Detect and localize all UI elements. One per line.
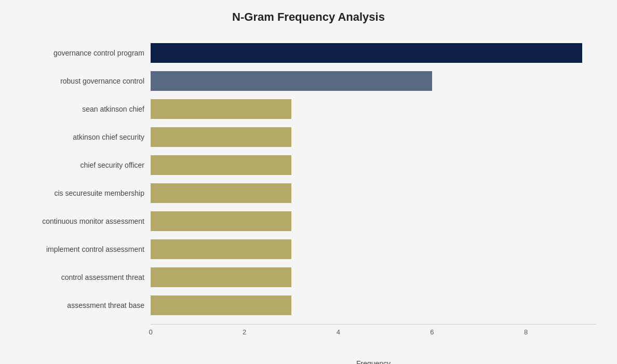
bar-row: chief security officer xyxy=(21,152,596,179)
bar-fill xyxy=(151,127,291,147)
x-tick: 4 xyxy=(337,328,340,336)
bar-row: implement control assessment xyxy=(21,236,596,263)
bar-track xyxy=(151,155,596,175)
bar-row: control assessment threat xyxy=(21,264,596,291)
x-tick: 6 xyxy=(430,328,434,336)
x-tick: 2 xyxy=(243,328,246,336)
bar-fill xyxy=(151,99,291,119)
bar-label: robust governance control xyxy=(21,77,151,85)
bar-track xyxy=(151,295,596,315)
bar-track xyxy=(151,99,596,119)
x-axis-line xyxy=(151,324,596,325)
bar-label: atkinson chief security xyxy=(21,133,151,141)
bar-track xyxy=(151,239,596,259)
bar-fill xyxy=(151,43,582,63)
bar-label: implement control assessment xyxy=(21,245,151,253)
bar-label: cis securesuite membership xyxy=(21,189,151,197)
bar-label: sean atkinson chief xyxy=(21,105,151,113)
bar-label: chief security officer xyxy=(21,161,151,169)
bar-fill xyxy=(151,71,432,91)
x-axis-area: 02468 xyxy=(151,324,596,345)
bar-track xyxy=(151,183,596,203)
bar-fill xyxy=(151,267,291,287)
bar-fill xyxy=(151,183,291,203)
bar-track xyxy=(151,211,596,231)
x-tick: 0 xyxy=(149,328,152,336)
bar-track xyxy=(151,71,596,91)
bar-fill xyxy=(151,295,291,315)
x-tick: 8 xyxy=(524,328,528,336)
bar-label: governance control program xyxy=(21,49,151,57)
bar-row: governance control program xyxy=(21,39,596,66)
bar-row: continuous monitor assessment xyxy=(21,208,596,235)
chart-title: N-Gram Frequency Analysis xyxy=(21,10,596,24)
bar-label: assessment threat base xyxy=(21,301,151,309)
bar-track xyxy=(151,43,596,63)
bar-row: atkinson chief security xyxy=(21,124,596,151)
bar-label: control assessment threat xyxy=(21,273,151,281)
bar-fill xyxy=(151,155,291,175)
bar-row: sean atkinson chief xyxy=(21,96,596,123)
chart-area: governance control programrobust governa… xyxy=(21,39,596,320)
bar-track xyxy=(151,267,596,287)
bar-row: cis securesuite membership xyxy=(21,180,596,207)
x-axis-label: Frequency xyxy=(151,359,596,364)
bar-track xyxy=(151,127,596,147)
bar-row: robust governance control xyxy=(21,68,596,95)
bar-row: assessment threat base xyxy=(21,292,596,319)
bar-fill xyxy=(151,211,291,231)
bar-fill xyxy=(151,239,291,259)
chart-container: N-Gram Frequency Analysis governance con… xyxy=(0,0,617,364)
bar-label: continuous monitor assessment xyxy=(21,217,151,225)
